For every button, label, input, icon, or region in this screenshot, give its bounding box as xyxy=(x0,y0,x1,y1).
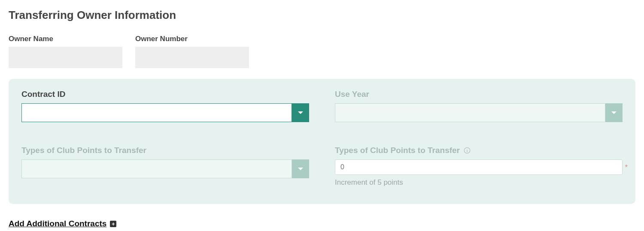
page-title: Transferring Owner Information xyxy=(9,9,635,22)
points-amount-label: Types of Club Points to Transfer xyxy=(335,146,460,155)
contract-id-input[interactable] xyxy=(21,103,292,122)
caret-down-icon xyxy=(298,111,303,114)
caret-down-icon xyxy=(298,168,303,170)
contract-panel: Contract ID Use Year Types of Club Point… xyxy=(9,79,635,204)
points-amount-wrap: * xyxy=(335,159,623,175)
points-amount-label-row: Types of Club Points to Transfer xyxy=(335,146,623,155)
svg-point-2 xyxy=(467,149,467,149)
owner-number-display xyxy=(135,47,249,68)
use-year-group: Use Year xyxy=(335,90,623,122)
use-year-input[interactable] xyxy=(335,103,605,122)
owner-number-field: Owner Number xyxy=(135,35,249,68)
owner-number-label: Owner Number xyxy=(135,35,249,43)
points-amount-input[interactable] xyxy=(335,159,623,175)
points-amount-group: Types of Club Points to Transfer * Incre… xyxy=(335,146,623,187)
add-contracts-row: Add Additional Contracts + xyxy=(9,219,635,228)
required-indicator: * xyxy=(625,164,628,171)
owner-name-field: Owner Name xyxy=(9,35,122,68)
caret-down-icon xyxy=(611,111,617,114)
points-type-group: Types of Club Points to Transfer xyxy=(21,146,309,187)
contract-id-caret[interactable] xyxy=(292,103,309,122)
contract-id-select[interactable] xyxy=(21,103,309,122)
points-type-select[interactable] xyxy=(21,159,309,178)
owner-name-label: Owner Name xyxy=(9,35,122,43)
use-year-caret[interactable] xyxy=(605,103,623,122)
contract-id-group: Contract ID xyxy=(21,90,309,122)
points-type-input[interactable] xyxy=(21,159,292,178)
points-helper-text: Increment of 5 points xyxy=(335,178,623,187)
owner-name-display xyxy=(9,47,122,68)
add-contracts-link[interactable]: Add Additional Contracts xyxy=(9,219,106,228)
use-year-select[interactable] xyxy=(335,103,623,122)
contract-grid: Contract ID Use Year Types of Club Point… xyxy=(21,90,623,187)
use-year-label: Use Year xyxy=(335,90,623,99)
plus-icon[interactable]: + xyxy=(110,221,116,227)
points-type-label: Types of Club Points to Transfer xyxy=(21,146,309,155)
contract-id-label: Contract ID xyxy=(21,90,309,99)
info-icon[interactable] xyxy=(463,147,471,154)
owner-info-row: Owner Name Owner Number xyxy=(9,35,635,68)
points-type-caret[interactable] xyxy=(292,159,309,178)
